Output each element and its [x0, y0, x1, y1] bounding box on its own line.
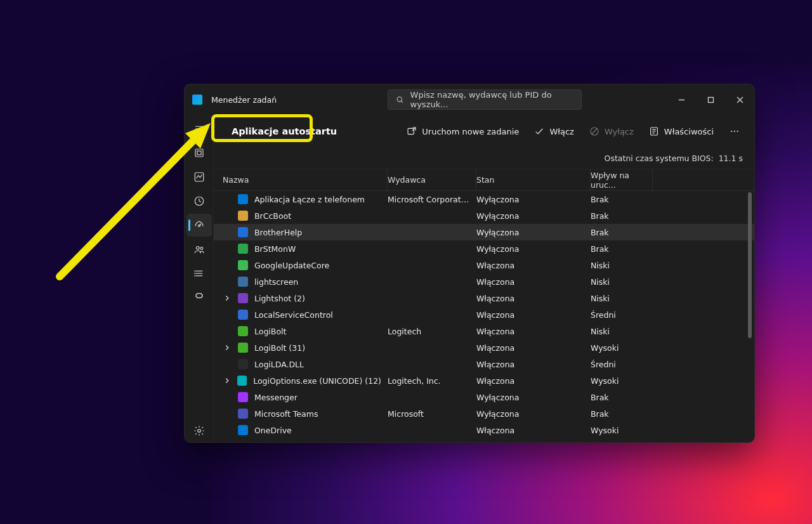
row-name: LogiOptions.exe (UNICODE) (12): [253, 376, 381, 386]
row-state: Włączona: [476, 376, 591, 386]
disable-button: Wyłącz: [584, 122, 639, 140]
hamburger-button[interactable]: [187, 117, 212, 140]
row-name: LogiBolt (31): [254, 343, 305, 353]
svg-point-18: [200, 247, 202, 250]
search-input[interactable]: Wpisz nazwę, wydawcę lub PID do wyszuk..…: [388, 89, 582, 110]
table-row[interactable]: LogiLDA.DLLWłączonaŚredni: [214, 356, 754, 372]
sidebar-history[interactable]: [187, 190, 212, 213]
titlebar: Menedżer zadań Wpisz nazwę, wydawcę lub …: [185, 84, 754, 115]
row-impact: Niski: [591, 277, 653, 287]
table-row[interactable]: LogiOptions.exe (UNICODE) (12)Logitech, …: [214, 372, 754, 389]
row-name: lightscreen: [254, 277, 298, 287]
table-body: Aplikacja Łącze z telefonemMicrosoft Cor…: [214, 191, 754, 442]
row-publisher: Logitech: [388, 327, 476, 336]
app-title: Menedżer zadań: [211, 95, 277, 105]
search-icon: [396, 95, 404, 104]
expander-icon[interactable]: [223, 295, 232, 301]
app-row-icon: [238, 260, 248, 270]
row-impact: Brak: [591, 211, 653, 221]
table-row[interactable]: LogiBoltLogitechWłączonaNiski: [214, 323, 754, 339]
app-row-icon: [238, 409, 248, 419]
svg-line-3: [402, 101, 403, 102]
row-state: Wyłączona: [476, 211, 591, 221]
table-row[interactable]: LogiBolt (31)WłączonaWysoki: [214, 339, 754, 356]
maximize-button[interactable]: [696, 84, 725, 115]
minimize-button[interactable]: [667, 84, 696, 115]
row-name: BrCcBoot: [254, 211, 291, 221]
table-row[interactable]: BrotherHelpWyłączonaBrak: [214, 224, 754, 240]
svg-point-17: [196, 247, 199, 250]
row-name: LogiLDA.DLL: [254, 360, 304, 369]
row-impact: Niski: [591, 294, 653, 303]
vertical-scrollbar[interactable]: [748, 192, 752, 441]
close-button[interactable]: [725, 84, 754, 115]
row-impact: Niski: [591, 261, 653, 270]
sidebar-details[interactable]: [187, 262, 212, 285]
table-row[interactable]: LocalServiceControlWłączonaŚredni: [214, 306, 754, 323]
app-row-icon: [238, 211, 248, 221]
row-state: Włączona: [476, 360, 591, 369]
row-state: Włączona: [476, 426, 591, 435]
table-row[interactable]: OneDriveWłączonaWysoki: [214, 422, 754, 438]
table-row[interactable]: Aplikacja Łącze z telefonemMicrosoft Cor…: [214, 191, 754, 207]
sidebar-settings[interactable]: [187, 419, 212, 442]
app-row-icon: [238, 293, 248, 303]
row-name: BrStMonW: [254, 244, 296, 254]
row-impact: Wysoki: [591, 426, 653, 435]
sidebar-users[interactable]: [187, 238, 212, 261]
table-row[interactable]: BrStMonWWyłączonaBrak: [214, 240, 754, 257]
properties-button[interactable]: Właściwości: [644, 122, 719, 140]
app-icon: [192, 95, 202, 105]
svg-rect-5: [708, 97, 713, 102]
table-row[interactable]: BrCcBootWyłączonaBrak: [214, 207, 754, 224]
more-button[interactable]: [724, 122, 745, 140]
table-row[interactable]: MessengerWyłączonaBrak: [214, 389, 754, 405]
row-state: Włączona: [476, 327, 591, 336]
run-task-button[interactable]: Uruchom nowe zadanie: [402, 122, 524, 140]
col-impact[interactable]: Wpływ na uruc...: [591, 169, 653, 190]
table-row[interactable]: GoogleUpdateCoreWłączonaNiski: [214, 257, 754, 273]
app-row-icon: [238, 310, 248, 320]
sidebar-startup[interactable]: [187, 214, 212, 237]
row-state: Wyłączona: [476, 244, 591, 254]
startup-table: Nazwa Wydawca Stan Wpływ na uruc... Apli…: [214, 169, 754, 442]
row-impact: Średni: [591, 360, 653, 369]
row-name: Microsoft Teams: [254, 409, 318, 419]
row-name: LogiBolt: [254, 327, 286, 336]
row-state: Włączona: [476, 261, 591, 270]
col-publisher[interactable]: Wydawca: [388, 169, 476, 190]
enable-button[interactable]: Włącz: [529, 122, 579, 140]
sidebar-performance[interactable]: [187, 166, 212, 188]
row-state: Włączona: [476, 310, 591, 320]
col-state[interactable]: Stan: [476, 169, 591, 190]
table-row[interactable]: Microsoft TeamsMicrosoftWyłączonaBrak: [214, 405, 754, 422]
row-impact: Brak: [591, 409, 653, 419]
app-row-icon: [238, 326, 248, 336]
sidebar-services[interactable]: [187, 286, 212, 309]
table-row[interactable]: lightscreenWłączonaNiski: [214, 273, 754, 290]
app-row-icon: [238, 227, 248, 237]
svg-point-35: [734, 131, 735, 132]
table-row[interactable]: Lightshot (2)WłączonaNiski: [214, 290, 754, 306]
row-name: Lightshot (2): [254, 294, 305, 303]
row-name: GoogleUpdateCore: [254, 261, 329, 270]
app-row-icon: [238, 359, 248, 369]
app-row-icon: [238, 194, 248, 204]
row-state: Wyłączona: [476, 409, 591, 419]
scrollbar-thumb[interactable]: [748, 192, 752, 338]
row-impact: Brak: [591, 393, 653, 402]
row-name: OneDrive: [254, 426, 292, 435]
page-title-container: Aplikacje autostartu: [223, 122, 346, 140]
col-name[interactable]: Nazwa: [223, 169, 388, 190]
row-state: Wyłączona: [476, 228, 591, 237]
col-extra[interactable]: [653, 169, 754, 190]
svg-point-23: [194, 273, 195, 274]
svg-point-24: [194, 275, 195, 276]
search-placeholder: Wpisz nazwę, wydawcę lub PID do wyszuk..…: [410, 90, 573, 109]
row-name: BrotherHelp: [254, 228, 302, 237]
expander-icon[interactable]: [223, 377, 231, 384]
sidebar-processes[interactable]: [187, 141, 212, 164]
table-header: Nazwa Wydawca Stan Wpływ na uruc...: [214, 169, 754, 191]
properties-icon: [649, 126, 659, 136]
expander-icon[interactable]: [223, 344, 232, 351]
